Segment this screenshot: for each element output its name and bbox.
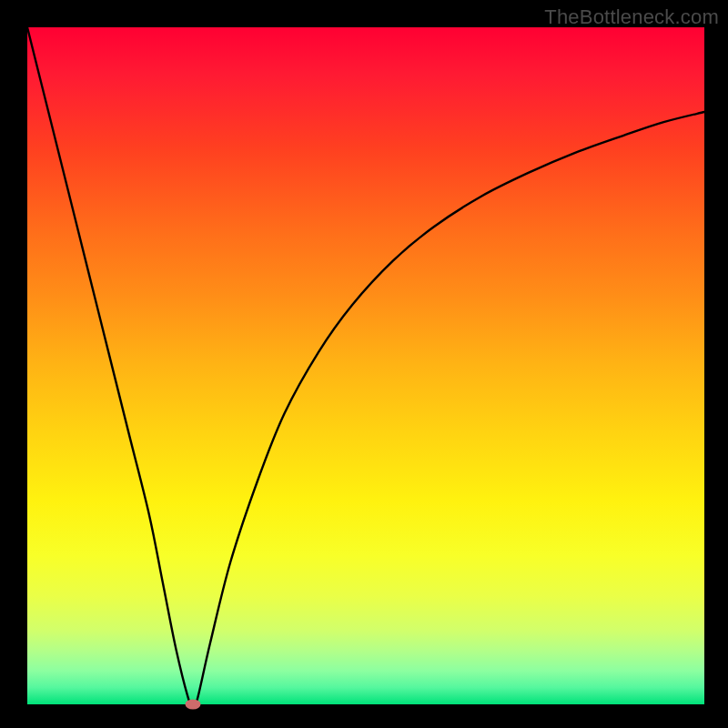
chart-frame: [27, 27, 704, 704]
watermark-text: TheBottleneck.com: [544, 5, 719, 29]
curve-path: [27, 27, 704, 706]
minimum-marker: [186, 700, 201, 710]
bottleneck-curve: [27, 27, 704, 704]
